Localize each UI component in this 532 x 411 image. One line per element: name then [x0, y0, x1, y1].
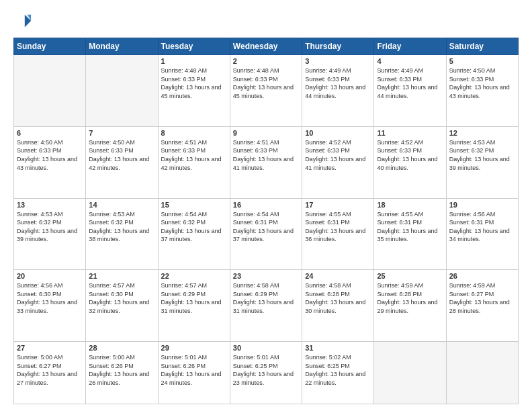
cell-sun-info: Sunrise: 4:53 AM Sunset: 6:32 PM Dayligh… [449, 138, 515, 172]
calendar-cell: 4Sunrise: 4:49 AM Sunset: 6:33 PM Daylig… [374, 55, 446, 127]
calendar-cell: 10Sunrise: 4:52 AM Sunset: 6:33 PM Dayli… [302, 126, 374, 198]
day-number: 23 [233, 272, 299, 280]
calendar-cell: 20Sunrise: 4:56 AM Sunset: 6:30 PM Dayli… [14, 270, 86, 342]
day-number: 11 [377, 129, 443, 137]
calendar-cell: 26Sunrise: 4:59 AM Sunset: 6:27 PM Dayli… [446, 270, 518, 342]
cell-sun-info: Sunrise: 4:56 AM Sunset: 6:31 PM Dayligh… [449, 210, 515, 244]
week-row-1: 1Sunrise: 4:48 AM Sunset: 6:33 PM Daylig… [14, 55, 519, 127]
calendar-cell: 14Sunrise: 4:53 AM Sunset: 6:32 PM Dayli… [86, 198, 158, 270]
calendar-cell: 25Sunrise: 4:59 AM Sunset: 6:28 PM Dayli… [374, 270, 446, 342]
calendar-cell: 23Sunrise: 4:58 AM Sunset: 6:29 PM Dayli… [230, 270, 302, 342]
day-number: 16 [233, 201, 299, 209]
cell-sun-info: Sunrise: 4:55 AM Sunset: 6:31 PM Dayligh… [305, 210, 371, 244]
cell-sun-info: Sunrise: 4:54 AM Sunset: 6:31 PM Dayligh… [233, 210, 299, 244]
cell-sun-info: Sunrise: 4:52 AM Sunset: 6:33 PM Dayligh… [305, 138, 371, 172]
calendar-cell: 30Sunrise: 5:01 AM Sunset: 6:25 PM Dayli… [230, 342, 302, 404]
calendar-cell: 13Sunrise: 4:53 AM Sunset: 6:32 PM Dayli… [14, 198, 86, 270]
calendar-cell: 31Sunrise: 5:02 AM Sunset: 6:25 PM Dayli… [302, 342, 374, 404]
header [13, 12, 519, 31]
week-row-2: 6Sunrise: 4:50 AM Sunset: 6:33 PM Daylig… [14, 126, 519, 198]
cell-sun-info: Sunrise: 4:59 AM Sunset: 6:27 PM Dayligh… [449, 281, 515, 315]
calendar-cell [86, 55, 158, 127]
cell-sun-info: Sunrise: 5:00 AM Sunset: 6:26 PM Dayligh… [89, 353, 154, 387]
day-number: 1 [161, 57, 227, 65]
weekday-header-thursday: Thursday [302, 38, 374, 55]
weekday-header-row: SundayMondayTuesdayWednesdayThursdayFrid… [14, 38, 519, 55]
calendar-cell: 24Sunrise: 4:58 AM Sunset: 6:28 PM Dayli… [302, 270, 374, 342]
day-number: 28 [89, 344, 154, 352]
calendar-cell: 15Sunrise: 4:54 AM Sunset: 6:32 PM Dayli… [158, 198, 230, 270]
day-number: 4 [377, 57, 443, 65]
day-number: 27 [17, 344, 83, 352]
day-number: 22 [161, 272, 227, 280]
day-number: 14 [89, 201, 154, 209]
week-row-3: 13Sunrise: 4:53 AM Sunset: 6:32 PM Dayli… [14, 198, 519, 270]
day-number: 8 [161, 129, 227, 137]
day-number: 21 [89, 272, 154, 280]
cell-sun-info: Sunrise: 5:02 AM Sunset: 6:25 PM Dayligh… [305, 353, 371, 387]
cell-sun-info: Sunrise: 5:01 AM Sunset: 6:26 PM Dayligh… [161, 353, 227, 387]
day-number: 13 [17, 201, 83, 209]
calendar-cell: 11Sunrise: 4:52 AM Sunset: 6:33 PM Dayli… [374, 126, 446, 198]
cell-sun-info: Sunrise: 4:51 AM Sunset: 6:33 PM Dayligh… [161, 138, 227, 172]
day-number: 17 [305, 201, 371, 209]
cell-sun-info: Sunrise: 4:58 AM Sunset: 6:28 PM Dayligh… [305, 281, 371, 315]
cell-sun-info: Sunrise: 5:00 AM Sunset: 6:27 PM Dayligh… [17, 353, 83, 387]
day-number: 3 [305, 57, 371, 65]
page: SundayMondayTuesdayWednesdayThursdayFrid… [0, 0, 532, 411]
calendar-cell: 27Sunrise: 5:00 AM Sunset: 6:27 PM Dayli… [14, 342, 86, 404]
day-number: 25 [377, 272, 443, 280]
cell-sun-info: Sunrise: 4:48 AM Sunset: 6:33 PM Dayligh… [233, 66, 299, 100]
calendar-cell: 1Sunrise: 4:48 AM Sunset: 6:33 PM Daylig… [158, 55, 230, 127]
cell-sun-info: Sunrise: 4:59 AM Sunset: 6:28 PM Dayligh… [377, 281, 443, 315]
day-number: 20 [17, 272, 83, 280]
calendar-cell [374, 342, 446, 404]
day-number: 24 [305, 272, 371, 280]
logo [13, 12, 35, 31]
calendar-cell: 8Sunrise: 4:51 AM Sunset: 6:33 PM Daylig… [158, 126, 230, 198]
calendar-cell: 22Sunrise: 4:57 AM Sunset: 6:29 PM Dayli… [158, 270, 230, 342]
cell-sun-info: Sunrise: 5:01 AM Sunset: 6:25 PM Dayligh… [233, 353, 299, 387]
calendar-cell: 19Sunrise: 4:56 AM Sunset: 6:31 PM Dayli… [446, 198, 518, 270]
day-number: 15 [161, 201, 227, 209]
calendar-cell: 6Sunrise: 4:50 AM Sunset: 6:33 PM Daylig… [14, 126, 86, 198]
cell-sun-info: Sunrise: 4:57 AM Sunset: 6:29 PM Dayligh… [161, 281, 227, 315]
cell-sun-info: Sunrise: 4:49 AM Sunset: 6:33 PM Dayligh… [377, 66, 443, 100]
calendar-cell: 3Sunrise: 4:49 AM Sunset: 6:33 PM Daylig… [302, 55, 374, 127]
weekday-header-saturday: Saturday [446, 38, 518, 55]
cell-sun-info: Sunrise: 4:53 AM Sunset: 6:32 PM Dayligh… [89, 210, 154, 244]
calendar-cell: 28Sunrise: 5:00 AM Sunset: 6:26 PM Dayli… [86, 342, 158, 404]
logo-icon [13, 12, 32, 31]
week-row-5: 27Sunrise: 5:00 AM Sunset: 6:27 PM Dayli… [14, 342, 519, 404]
weekday-header-sunday: Sunday [14, 38, 86, 55]
calendar-cell: 12Sunrise: 4:53 AM Sunset: 6:32 PM Dayli… [446, 126, 518, 198]
day-number: 9 [233, 129, 299, 137]
cell-sun-info: Sunrise: 4:52 AM Sunset: 6:33 PM Dayligh… [377, 138, 443, 172]
cell-sun-info: Sunrise: 4:54 AM Sunset: 6:32 PM Dayligh… [161, 210, 227, 244]
cell-sun-info: Sunrise: 4:50 AM Sunset: 6:33 PM Dayligh… [17, 138, 83, 172]
week-row-4: 20Sunrise: 4:56 AM Sunset: 6:30 PM Dayli… [14, 270, 519, 342]
calendar-cell: 9Sunrise: 4:51 AM Sunset: 6:33 PM Daylig… [230, 126, 302, 198]
calendar-cell: 17Sunrise: 4:55 AM Sunset: 6:31 PM Dayli… [302, 198, 374, 270]
calendar-cell [14, 55, 86, 127]
day-number: 7 [89, 129, 154, 137]
calendar-cell: 5Sunrise: 4:50 AM Sunset: 6:33 PM Daylig… [446, 55, 518, 127]
day-number: 30 [233, 344, 299, 352]
calendar-cell: 18Sunrise: 4:55 AM Sunset: 6:31 PM Dayli… [374, 198, 446, 270]
weekday-header-monday: Monday [86, 38, 158, 55]
weekday-header-friday: Friday [374, 38, 446, 55]
day-number: 29 [161, 344, 227, 352]
day-number: 12 [449, 129, 515, 137]
calendar-cell: 21Sunrise: 4:57 AM Sunset: 6:30 PM Dayli… [86, 270, 158, 342]
cell-sun-info: Sunrise: 4:50 AM Sunset: 6:33 PM Dayligh… [449, 66, 515, 100]
cell-sun-info: Sunrise: 4:50 AM Sunset: 6:33 PM Dayligh… [89, 138, 154, 172]
calendar-cell [446, 342, 518, 404]
cell-sun-info: Sunrise: 4:57 AM Sunset: 6:30 PM Dayligh… [89, 281, 154, 315]
day-number: 31 [305, 344, 371, 352]
cell-sun-info: Sunrise: 4:56 AM Sunset: 6:30 PM Dayligh… [17, 281, 83, 315]
day-number: 5 [449, 57, 515, 65]
cell-sun-info: Sunrise: 4:51 AM Sunset: 6:33 PM Dayligh… [233, 138, 299, 172]
weekday-header-wednesday: Wednesday [230, 38, 302, 55]
day-number: 2 [233, 57, 299, 65]
calendar-cell: 16Sunrise: 4:54 AM Sunset: 6:31 PM Dayli… [230, 198, 302, 270]
